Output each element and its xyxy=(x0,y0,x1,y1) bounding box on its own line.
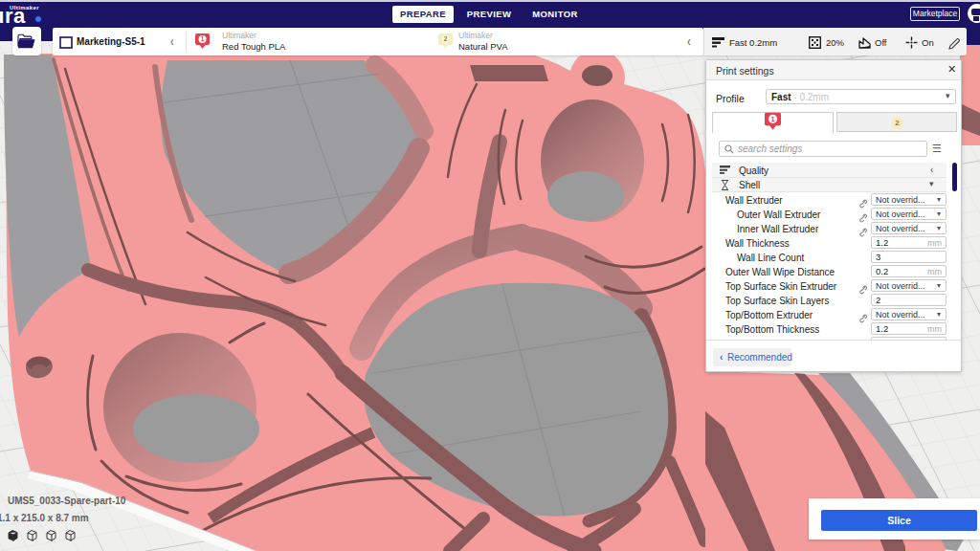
svg-text:1: 1 xyxy=(770,115,774,123)
svg-text:2: 2 xyxy=(444,35,448,42)
svg-text:1: 1 xyxy=(201,35,205,42)
